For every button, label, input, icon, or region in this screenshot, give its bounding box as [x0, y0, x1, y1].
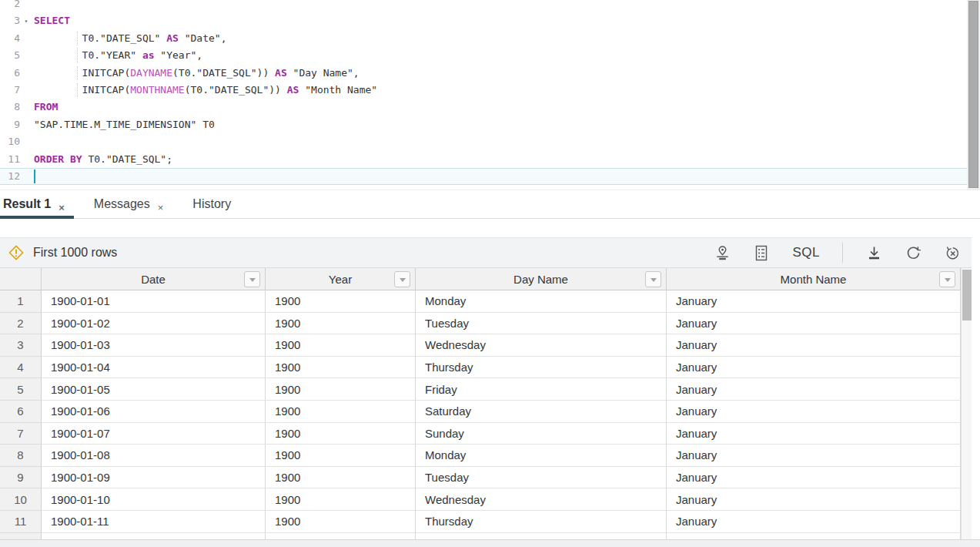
data-cell[interactable]: 1900-01-07: [42, 423, 266, 445]
data-cell[interactable]: 1900: [266, 290, 416, 313]
data-cell[interactable]: Monday: [416, 290, 667, 313]
data-cell[interactable]: 1900: [266, 313, 416, 335]
data-cell[interactable]: 1900-01-11: [42, 511, 266, 533]
data-cell[interactable]: January: [667, 378, 961, 401]
status-text: First 1000 rows: [33, 246, 117, 260]
data-cell[interactable]: January: [667, 533, 961, 539]
data-cell[interactable]: 1900: [266, 357, 416, 379]
data-cell[interactable]: January: [667, 357, 961, 379]
code-text: T0."YEAR" as "Year",: [32, 49, 202, 61]
data-cell[interactable]: 1900-01-06: [42, 401, 266, 423]
data-cell[interactable]: Monday: [416, 445, 667, 467]
data-cell[interactable]: Tuesday: [416, 467, 667, 489]
filter-button[interactable]: [244, 271, 260, 287]
column-header-day-name[interactable]: Day Name: [416, 268, 667, 290]
editor-scrollbar-thumb[interactable]: [968, 1, 978, 188]
data-cell[interactable]: Thursday: [416, 511, 667, 533]
data-cell[interactable]: 1900: [266, 445, 416, 467]
table-row: 91900-01-091900TuesdayJanuary: [0, 467, 972, 489]
data-cell[interactable]: 1900-01-04: [42, 357, 266, 379]
code-token: "Day Name",: [287, 67, 360, 79]
data-cell[interactable]: Tuesday: [416, 313, 667, 335]
filter-dropdown-icon: [249, 278, 256, 282]
data-cell[interactable]: Saturday: [416, 401, 667, 423]
column-header-month-name[interactable]: Month Name: [667, 268, 961, 290]
data-cell[interactable]: 1900-01-12: [42, 533, 266, 539]
filter-button[interactable]: [645, 271, 661, 287]
tab-messages[interactable]: Messages×: [91, 190, 173, 218]
data-cell[interactable]: January: [667, 401, 961, 423]
code-token: T0."DATE_SQL": [34, 32, 166, 44]
table-row: 21900-01-021900TuesdayJanuary: [0, 313, 972, 335]
data-cell[interactable]: 1900: [266, 467, 416, 489]
refresh-icon[interactable]: [905, 244, 921, 261]
data-cell[interactable]: 1900-01-05: [42, 378, 266, 401]
data-cell[interactable]: January: [667, 313, 961, 335]
grid-vertical-scrollbar[interactable]: [961, 268, 972, 539]
row-number-cell: 5: [0, 378, 42, 401]
column-header-year[interactable]: Year: [266, 268, 416, 290]
code-line: 5 T0."YEAR" as "Year",: [0, 47, 967, 64]
table-row: 111900-01-111900ThursdayJanuary: [0, 511, 972, 533]
grid-horizontal-scrollbar[interactable]: [0, 539, 980, 547]
filter-button[interactable]: [394, 271, 410, 287]
data-cell[interactable]: January: [667, 334, 961, 357]
line-number: 3: [0, 12, 20, 29]
data-cell[interactable]: Thursday: [416, 357, 667, 379]
sql-editor[interactable]: 23▾SELECT4 T0."DATE_SQL" AS "Date",5 T0.…: [0, 0, 967, 190]
column-list-icon[interactable]: [753, 244, 770, 261]
line-number: 11: [0, 151, 20, 168]
code-line: 12: [0, 168, 967, 185]
data-cell[interactable]: 1900: [266, 488, 416, 511]
filter-button[interactable]: [939, 271, 955, 287]
data-cell[interactable]: January: [667, 423, 961, 445]
code-token: INITCAP(: [34, 84, 130, 96]
data-cell[interactable]: 1900: [266, 423, 416, 445]
line-number: 5: [0, 47, 20, 64]
data-cell[interactable]: Wednesday: [416, 488, 667, 511]
data-cell[interactable]: 1900: [266, 401, 416, 423]
tab-close-icon[interactable]: ×: [158, 202, 164, 213]
data-cell[interactable]: Friday: [416, 378, 667, 401]
data-cell[interactable]: January: [667, 445, 961, 467]
tab-result-1[interactable]: Result 1×: [0, 190, 74, 218]
row-number-header-cell: [0, 268, 42, 290]
data-cell[interactable]: 1900-01-03: [42, 334, 266, 357]
data-cell[interactable]: 1900-01-01: [42, 290, 266, 313]
cancel-refresh-icon[interactable]: [944, 244, 961, 261]
data-cell[interactable]: Friday: [416, 533, 667, 539]
fold-toggle-icon[interactable]: ▾: [20, 13, 32, 30]
column-header-date[interactable]: Date: [42, 268, 266, 290]
grid-vertical-scrollbar-thumb[interactable]: [962, 270, 972, 320]
editor-scrollbar[interactable]: [967, 0, 980, 190]
analyze-pin-icon[interactable]: [714, 244, 731, 261]
data-cell[interactable]: 1900: [266, 378, 416, 401]
sql-view-button[interactable]: SQL: [792, 245, 820, 260]
data-cell[interactable]: 1900: [266, 334, 416, 357]
download-icon[interactable]: [865, 244, 882, 261]
code-token: AS: [287, 84, 299, 96]
table-row: 61900-01-061900SaturdayJanuary: [0, 401, 972, 423]
tab-history[interactable]: History: [189, 190, 240, 218]
data-cell[interactable]: Wednesday: [416, 334, 667, 357]
data-cell[interactable]: January: [667, 467, 961, 489]
table-row: 121900-01-121900FridayJanuary: [0, 533, 972, 539]
data-cell[interactable]: January: [667, 511, 961, 533]
data-cell[interactable]: 1900-01-02: [42, 313, 266, 335]
line-number: 2: [0, 0, 20, 12]
data-cell[interactable]: 1900-01-08: [42, 445, 266, 467]
code-token: (T0."DATE_SQL")): [172, 67, 275, 79]
data-cell[interactable]: 1900-01-10: [42, 488, 266, 511]
data-cell[interactable]: January: [667, 290, 961, 313]
data-cell[interactable]: 1900: [266, 511, 416, 533]
code-token: AS: [275, 67, 287, 79]
data-cell[interactable]: Sunday: [416, 423, 667, 445]
data-cell[interactable]: 1900: [266, 533, 416, 539]
data-cell[interactable]: January: [667, 488, 961, 511]
data-cell[interactable]: 1900-01-09: [42, 467, 266, 489]
tab-close-icon[interactable]: ×: [59, 202, 65, 213]
filter-dropdown-icon: [651, 278, 657, 282]
code-line: 7 INITCAP(MONTHNAME(T0."DATE_SQL")) AS "…: [0, 82, 967, 99]
code-line: 4 T0."DATE_SQL" AS "Date",: [0, 30, 967, 47]
row-number-cell: 7: [0, 423, 42, 445]
